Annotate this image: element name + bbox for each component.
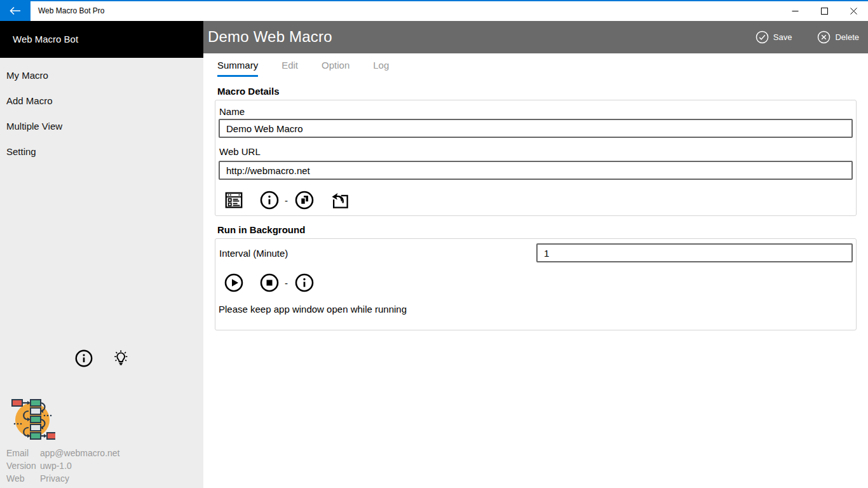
save-check-icon <box>756 30 769 44</box>
window-controls <box>780 1 868 20</box>
footer-web-label: Web <box>6 472 40 485</box>
titlebar: Web Macro Bot Pro <box>0 0 868 21</box>
macro-toolbar: - <box>223 189 351 211</box>
save-button[interactable]: Save <box>752 28 796 46</box>
macro-info-button[interactable] <box>259 189 280 211</box>
web-form-icon <box>224 190 244 210</box>
app-title: Web Macro Bot <box>0 21 203 58</box>
sidebar: Web Macro Bot My Macro Add Macro Multipl… <box>0 21 203 488</box>
tips-button[interactable] <box>110 348 132 369</box>
tab-bar: Summary Edit Option Log <box>217 60 389 77</box>
tab-log[interactable]: Log <box>373 60 389 77</box>
about-info-button[interactable] <box>73 348 95 369</box>
app-logo <box>8 396 55 443</box>
sidebar-footer: Email app@webmacro.net Version uwp-1.0 W… <box>6 447 120 485</box>
share-macro-button[interactable] <box>329 189 351 211</box>
minimize-button[interactable] <box>780 1 810 20</box>
macro-details-panel: Name Web URL <box>215 100 857 216</box>
window-title: Web Macro Bot Pro <box>38 0 104 21</box>
sidebar-item-setting[interactable]: Setting <box>0 139 203 165</box>
interval-input[interactable] <box>536 243 853 262</box>
copy-icon <box>294 190 315 210</box>
run-note: Please keep app window open while runnin… <box>219 304 407 315</box>
open-web-view-button[interactable] <box>223 189 245 211</box>
sidebar-item-multiple-view[interactable]: Multiple View <box>0 114 203 139</box>
run-toolbar-separator: - <box>285 278 288 288</box>
delete-x-icon <box>817 30 831 44</box>
run-toolbar: - <box>223 272 315 294</box>
page-title: Demo Web Macro <box>203 28 332 46</box>
close-button[interactable] <box>839 1 868 20</box>
info-icon <box>294 273 315 293</box>
run-background-heading: Run in Background <box>217 224 305 235</box>
share-icon <box>329 189 351 211</box>
header-actions: Save Delete <box>752 20 863 53</box>
sidebar-item-my-macro[interactable]: My Macro <box>0 63 203 88</box>
tab-option[interactable]: Option <box>322 60 349 77</box>
webmacro-logo-icon <box>8 396 55 443</box>
footer-version-label: Version <box>6 459 40 472</box>
tab-summary[interactable]: Summary <box>217 60 258 77</box>
footer-web-row: Web Privacy <box>6 472 120 485</box>
footer-version-value: uwp-1.0 <box>40 459 72 472</box>
page-header: Demo Web Macro Save Delete <box>203 20 868 53</box>
tab-edit[interactable]: Edit <box>281 60 298 77</box>
footer-email-label: Email <box>6 447 40 459</box>
run-background-panel: Interval (Minute) - <box>215 238 857 330</box>
maximize-button[interactable] <box>810 1 839 20</box>
macro-details-heading: Macro Details <box>217 86 280 97</box>
footer-email-row: Email app@webmacro.net <box>6 447 120 459</box>
delete-button[interactable]: Delete <box>813 28 863 46</box>
name-input[interactable] <box>219 119 853 138</box>
web-url-label: Web URL <box>219 146 261 157</box>
save-label: Save <box>773 32 792 42</box>
delete-label: Delete <box>835 32 859 42</box>
info-icon <box>74 349 93 368</box>
app-window: Web Macro Bot Pro Web Macro Bot My Macro… <box>0 0 868 488</box>
info-icon <box>259 190 280 210</box>
maximize-icon <box>821 8 828 15</box>
sidebar-menu: My Macro Add Macro Multiple View Setting <box>0 63 203 165</box>
interval-label: Interval (Minute) <box>219 248 288 259</box>
stop-icon <box>259 273 280 293</box>
lightbulb-icon <box>111 348 131 369</box>
play-button[interactable] <box>223 272 245 294</box>
web-url-input[interactable] <box>219 161 853 180</box>
window-accent-line <box>0 0 868 1</box>
copy-macro-button[interactable] <box>294 189 315 211</box>
close-icon <box>850 8 857 15</box>
footer-privacy-link[interactable]: Privacy <box>40 472 69 485</box>
name-label: Name <box>219 106 245 117</box>
sidebar-icon-row <box>73 348 132 369</box>
run-info-button[interactable] <box>294 272 315 294</box>
minimize-icon <box>792 8 799 15</box>
stop-button[interactable] <box>259 272 280 294</box>
footer-version-row: Version uwp-1.0 <box>6 459 120 472</box>
toolbar-separator: - <box>285 195 288 206</box>
footer-email-value[interactable]: app@webmacro.net <box>40 447 120 459</box>
back-button[interactable] <box>0 0 31 21</box>
back-arrow-icon <box>10 6 21 15</box>
play-icon <box>224 273 244 293</box>
sidebar-item-add-macro[interactable]: Add Macro <box>0 88 203 114</box>
